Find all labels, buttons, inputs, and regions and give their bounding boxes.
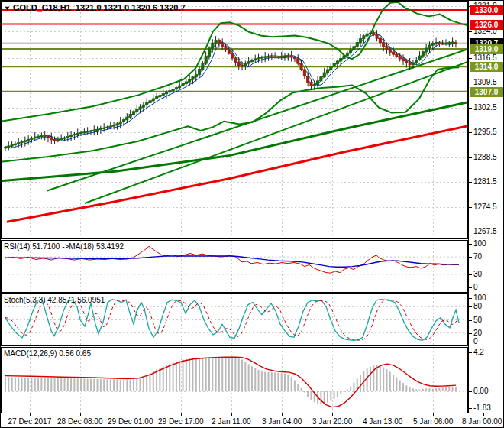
time-tick-mark: [332, 413, 333, 416]
candle-body: [441, 44, 444, 44]
candle-body: [182, 84, 184, 86]
macd-axis-label: 4.2: [473, 348, 484, 356]
time-tick-mark: [282, 413, 283, 416]
price-level-badge: 1319.0: [470, 44, 503, 54]
axis-tick-mark: [469, 58, 472, 59]
time-tick-mark: [131, 413, 131, 416]
candle-body: [185, 82, 187, 84]
time-axis-label: 2 Jan 11:00: [212, 417, 251, 426]
candle-body: [270, 57, 273, 57]
axis-tick-mark: [469, 391, 472, 392]
candle-body: [343, 56, 345, 59]
time-axis-label: 28 Dec 08:00: [57, 417, 103, 426]
candle-body: [280, 57, 283, 57]
candle-body: [234, 58, 237, 62]
candle-body: [340, 59, 342, 61]
candle-body: [326, 70, 328, 73]
price-axis-label: 1295.5: [473, 128, 497, 136]
candle-body: [53, 140, 56, 141]
candle-body: [113, 125, 115, 126]
candle-body: [244, 63, 247, 66]
axis-tick-mark: [469, 333, 472, 334]
rsi-axis-label: 100: [473, 239, 486, 248]
candle-body: [336, 61, 338, 63]
candle-body: [5, 148, 7, 148]
candle-body: [11, 145, 13, 146]
candle-body: [212, 43, 214, 47]
stoch-axis-label: 20: [473, 329, 482, 337]
candle-body: [162, 94, 164, 96]
candle-body: [205, 57, 207, 63]
candle-body: [228, 50, 230, 54]
candle-body: [389, 50, 391, 52]
price-axis-label: 1288.5: [473, 153, 497, 161]
time-axis-label: 29 Dec 17:00: [158, 417, 204, 426]
macd-axis-label: 0.00: [473, 387, 488, 395]
candle-body: [80, 133, 82, 134]
candle-body: [73, 134, 76, 135]
candle-body: [156, 97, 158, 99]
axis-tick-mark: [469, 182, 472, 183]
candle-body: [152, 99, 154, 101]
candle-body: [363, 36, 365, 39]
candle-body: [31, 138, 33, 140]
candle-body: [126, 117, 128, 119]
candle-body: [320, 77, 322, 81]
candle-body: [208, 48, 210, 57]
price-level-badge: 1314.0: [470, 62, 503, 72]
candle-body: [284, 56, 286, 57]
candle-body: [422, 52, 424, 56]
candle-body: [165, 92, 167, 94]
stoch-axis-label: 50: [473, 316, 482, 324]
symbol-dropdown-icon[interactable]: ▼: [4, 5, 11, 12]
candle-body: [307, 76, 309, 83]
axis-tick-mark: [469, 207, 472, 208]
candle-body: [376, 34, 378, 38]
axis-tick-mark: [469, 31, 472, 32]
candle-body: [106, 127, 108, 128]
candle-body: [438, 43, 441, 44]
axis-tick-mark: [469, 287, 472, 288]
axis-tick-mark: [469, 257, 472, 258]
candle-body: [405, 61, 408, 63]
candle-body: [189, 79, 191, 82]
candle-body: [139, 107, 141, 109]
candle-body: [179, 86, 181, 88]
candle-body: [89, 131, 92, 131]
candle-body: [76, 134, 79, 135]
candle-body: [109, 126, 111, 127]
macd-label: MACD(12,26,9) 0.56 0.65: [4, 349, 91, 358]
candle-body: [250, 60, 253, 62]
time-axis-label: 3 Jan 20:00: [312, 417, 352, 426]
trendline[interactable]: [47, 49, 468, 191]
candle-body: [169, 91, 171, 92]
macd-axis-label: -1.83: [473, 404, 491, 412]
candle-body: [172, 89, 174, 91]
main-price-pane[interactable]: [1, 1, 468, 239]
candle-body: [425, 48, 428, 52]
price-level-badge: 1307.0: [470, 87, 503, 97]
candle-body: [132, 112, 134, 115]
candle-body: [402, 59, 405, 61]
candle-body: [310, 83, 312, 86]
time-axis-label: 4 Jan 13:00: [363, 417, 402, 426]
candle-body: [24, 141, 26, 141]
ohlc-readout: 1321.0 1321.0 1320.6 1320.7: [76, 3, 186, 12]
candle-body: [199, 70, 201, 75]
candle-body: [379, 38, 381, 43]
candle-body: [63, 138, 66, 139]
candle-body: [159, 96, 161, 97]
axis-tick-mark: [469, 298, 472, 299]
time-tick-mark: [231, 413, 232, 416]
axis-tick-mark: [469, 108, 472, 109]
chart-window: ▼GOLD_G18,H1 1321.0 1321.0 1320.6 1320.7…: [0, 0, 504, 428]
time-axis[interactable]: 27 Dec 201728 Dec 08:0029 Dec 01:0029 De…: [1, 413, 503, 427]
candle-body: [149, 101, 151, 103]
price-axis-label: 1281.5: [473, 177, 497, 186]
candle-body: [192, 77, 194, 79]
candle-body: [83, 132, 86, 133]
time-tick-mark: [80, 413, 81, 416]
candle-body: [218, 41, 220, 44]
price-axis[interactable]: 1331.01324.01316.51309.51302.51295.51288…: [468, 1, 504, 427]
candle-body: [129, 115, 131, 118]
